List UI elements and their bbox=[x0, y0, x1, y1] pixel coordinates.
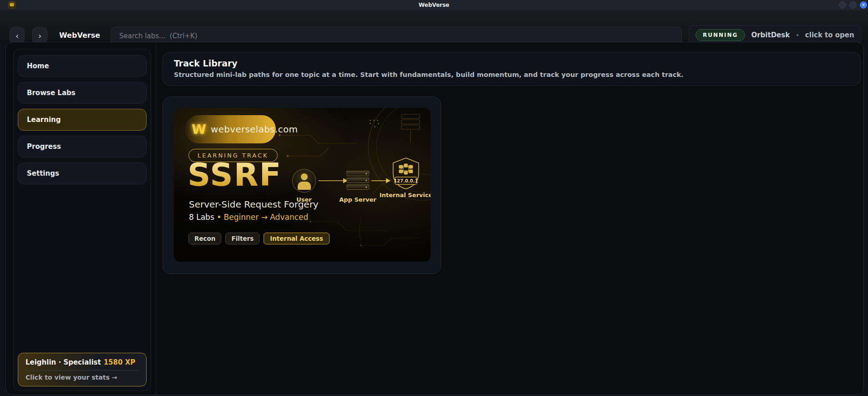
sidebar-item-progress[interactable]: Progress bbox=[18, 136, 147, 157]
page-header-panel: Track Library Structured mini-lab paths … bbox=[162, 52, 861, 86]
internal-ip-chip: 127.0.0.1 bbox=[394, 178, 418, 183]
user-icon bbox=[292, 169, 316, 193]
user-name-label: Leighlin · Specialist bbox=[25, 358, 101, 366]
bullet-separator: • bbox=[796, 32, 799, 39]
window-controls: ✕ bbox=[839, 1, 867, 9]
main-content: Track Library Structured mini-lab paths … bbox=[156, 42, 863, 395]
app-logo-icon: W bbox=[8, 1, 15, 9]
diagram-node-user: User bbox=[292, 169, 316, 203]
status-click-hint: click to open bbox=[805, 31, 854, 39]
window-title: WebVerse bbox=[419, 2, 450, 8]
user-stats-card[interactable]: Leighlin · Specialist1580 XP Click to vi… bbox=[18, 353, 147, 386]
page-subtitle: Structured mini-lab paths for one topic … bbox=[174, 71, 849, 78]
user-icon-body bbox=[298, 182, 311, 190]
maximize-button[interactable] bbox=[849, 1, 857, 9]
view-stats-link[interactable]: Click to view your stats → bbox=[25, 374, 139, 381]
track-card-ssrf[interactable]: W webverselabs.com LEARNING TRACK SSRF S… bbox=[162, 96, 441, 274]
sidebar-item-learning[interactable]: Learning bbox=[18, 109, 147, 131]
tag-recon: Recon bbox=[188, 233, 221, 244]
sidebar-panel: Home Browse Labs Learning Progress Setti… bbox=[13, 49, 151, 391]
user-icon-head bbox=[301, 173, 308, 180]
tag-filters: Filters bbox=[225, 233, 259, 244]
close-button[interactable]: ✕ bbox=[860, 1, 867, 9]
chevron-right-icon: › bbox=[38, 31, 41, 41]
track-cover: W webverselabs.com LEARNING TRACK SSRF S… bbox=[174, 108, 431, 262]
navbar: ‹ › WebVerse RUNNING OrbitDesk • click t… bbox=[0, 10, 868, 41]
track-tags: Recon Filters Internal Access bbox=[188, 233, 330, 244]
titlebar: W WebVerse ✕ bbox=[0, 0, 868, 10]
chevron-left-icon: ‹ bbox=[15, 31, 19, 41]
server-bar bbox=[346, 184, 369, 190]
user-name-role: Leighlin · Specialist1580 XP bbox=[25, 358, 139, 366]
divider bbox=[25, 370, 139, 371]
sidebar-item-settings[interactable]: Settings bbox=[18, 162, 147, 184]
sidebar-item-home[interactable]: Home bbox=[18, 55, 147, 77]
minimize-button[interactable] bbox=[839, 1, 846, 9]
diagram-node-internal-service: 127.0.0.1 Internal Service bbox=[380, 157, 431, 198]
user-xp-value: 1580 XP bbox=[104, 358, 136, 366]
diagram-label-user: User bbox=[296, 196, 312, 203]
shield-chip-icon: 127.0.0.1 bbox=[391, 157, 421, 190]
server-icon bbox=[346, 171, 369, 190]
server-bar bbox=[346, 171, 369, 176]
sidebar: Home Browse Labs Learning Progress Setti… bbox=[6, 42, 156, 395]
app-frame: Home Browse Labs Learning Progress Setti… bbox=[5, 42, 864, 395]
diagram-label-internal-service: Internal Service bbox=[380, 192, 431, 198]
running-badge: RUNNING bbox=[695, 29, 745, 41]
sidebar-item-browse-labs[interactable]: Browse Labs bbox=[18, 82, 147, 104]
diagram-node-app-server: App Server bbox=[339, 171, 376, 203]
server-bar bbox=[346, 178, 369, 183]
status-app-name: OrbitDesk bbox=[751, 31, 790, 39]
diagram-label-app-server: App Server bbox=[339, 196, 376, 203]
tag-internal-access: Internal Access bbox=[264, 233, 330, 244]
page-title: Track Library bbox=[174, 58, 849, 68]
